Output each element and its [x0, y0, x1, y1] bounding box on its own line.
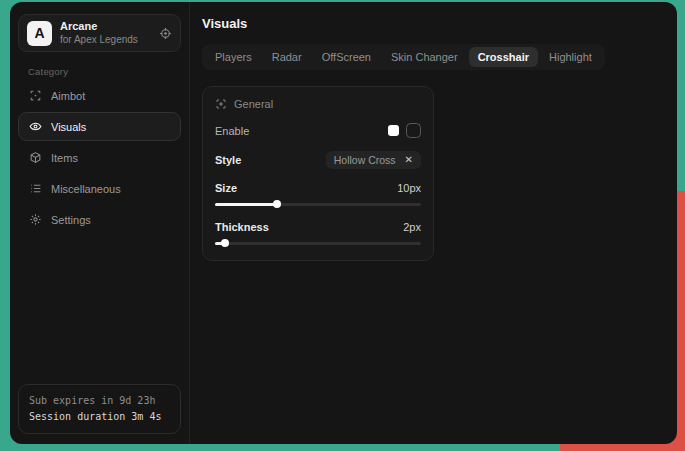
eye-icon — [29, 120, 42, 133]
list-icon — [29, 182, 42, 195]
thickness-slider-track[interactable] — [215, 242, 421, 245]
enable-checkbox[interactable] — [406, 123, 421, 138]
tab-players[interactable]: Players — [206, 47, 261, 67]
page-title: Visuals — [202, 16, 665, 31]
size-slider[interactable] — [215, 200, 421, 208]
enable-row: Enable — [215, 123, 421, 138]
tab-highlight[interactable]: Highlight — [540, 47, 601, 67]
size-slider-thumb[interactable] — [273, 200, 281, 208]
session-duration-text: Session duration 3m 4s — [29, 409, 170, 425]
general-panel: General Enable Style Hollow Cross ✕ Size… — [202, 86, 434, 261]
style-label: Style — [215, 154, 241, 166]
app-meta: Arcane for Apex Legends — [60, 20, 151, 46]
sidebar-item-visuals[interactable]: Visuals — [18, 112, 181, 141]
general-panel-title: General — [234, 98, 273, 110]
subscription-card: Sub expires in 9d 23h Session duration 3… — [18, 384, 181, 434]
thickness-label: Thickness — [215, 221, 269, 233]
style-value: Hollow Cross — [334, 154, 396, 166]
sidebar-item-aimbot[interactable]: Aimbot — [18, 81, 181, 110]
app-title: Arcane — [60, 20, 151, 34]
target-icon[interactable] — [159, 27, 172, 40]
style-row: Style Hollow Cross ✕ — [215, 151, 421, 169]
box-icon — [29, 151, 42, 164]
tab-crosshair[interactable]: Crosshair — [469, 47, 538, 67]
arcane-window: A Arcane for Apex Legends Category — [10, 2, 677, 444]
thickness-row: Thickness 2px — [215, 221, 421, 233]
tab-skin-changer[interactable]: Skin Changer — [382, 47, 467, 67]
sidebar-item-settings[interactable]: Settings — [18, 205, 181, 234]
tab-radar[interactable]: Radar — [263, 47, 311, 67]
sidebar-item-label: Items — [51, 152, 78, 164]
size-row: Size 10px — [215, 182, 421, 194]
sidebar-item-miscellaneous[interactable]: Miscellaneous — [18, 174, 181, 203]
app-header-card: A Arcane for Apex Legends — [18, 14, 181, 52]
enable-label: Enable — [215, 125, 249, 137]
size-slider-fill — [215, 203, 277, 206]
main-content: Visuals Players Radar OffScreen Skin Cha… — [190, 2, 677, 444]
app-logo: A — [27, 21, 52, 46]
sidebar: A Arcane for Apex Legends Category — [10, 2, 190, 444]
sidebar-item-label: Visuals — [51, 121, 86, 133]
thickness-slider-thumb[interactable] — [221, 239, 229, 247]
general-panel-header: General — [215, 98, 421, 110]
crosshair-icon — [29, 89, 42, 102]
sub-expires-text: Sub expires in 9d 23h — [29, 393, 170, 409]
thickness-value: 2px — [403, 221, 421, 233]
color-swatch[interactable] — [388, 125, 399, 136]
tab-offscreen[interactable]: OffScreen — [313, 47, 380, 67]
scan-crosshair-icon — [215, 98, 227, 110]
size-label: Size — [215, 182, 237, 194]
sidebar-item-label: Aimbot — [51, 90, 85, 102]
sidebar-item-label: Miscellaneous — [51, 183, 121, 195]
style-select[interactable]: Hollow Cross ✕ — [326, 151, 421, 169]
gear-icon — [29, 213, 42, 226]
size-value: 10px — [397, 182, 421, 194]
sidebar-item-items[interactable]: Items — [18, 143, 181, 172]
remove-icon[interactable]: ✕ — [405, 155, 413, 165]
sidebar-nav: Aimbot Visuals Items — [18, 81, 181, 234]
thickness-slider[interactable] — [215, 239, 421, 247]
app-subtitle: for Apex Legends — [60, 34, 151, 47]
tab-bar: Players Radar OffScreen Skin Changer Cro… — [202, 44, 605, 70]
sidebar-item-label: Settings — [51, 214, 91, 226]
category-label: Category — [28, 66, 181, 77]
